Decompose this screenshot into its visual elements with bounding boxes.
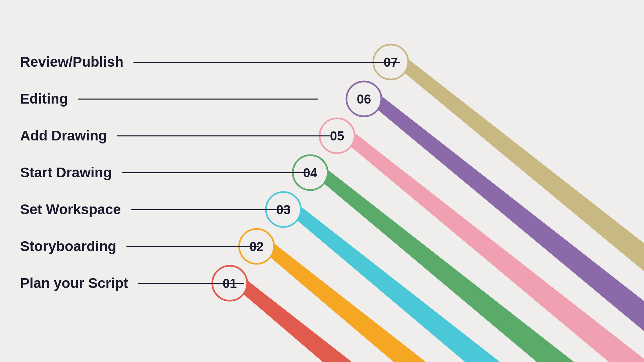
step-01-label-row: Plan your Script [20,265,400,302]
step-03-text: Set Workspace [20,201,121,218]
step-07-line [133,62,400,63]
step-05-label-row: Add Drawing [20,117,400,154]
main-container: 07060504030201 Review/Publish Editing Ad… [0,0,644,362]
step-05-text: Add Drawing [20,128,107,144]
step-02-label-row: Storyboarding [20,228,400,265]
step-01-text: Plan your Script [20,275,128,291]
step-01-line [138,283,244,284]
step-05-line [117,135,330,136]
step-04-label-row: Start Drawing [20,154,400,191]
step-04-line [122,172,308,173]
step-06-text: Editing [20,91,68,107]
step-04-text: Start Drawing [20,165,112,181]
step-06-line [78,99,318,100]
step-07-text: Review/Publish [20,54,123,70]
step-06-label-row: Editing [20,80,400,117]
label-list: Review/Publish Editing Add Drawing Start… [20,44,400,302]
step-02-text: Storyboarding [20,238,116,254]
step-03-line [131,209,290,210]
step-07-label-row: Review/Publish [20,44,400,80]
step-02-line [126,246,259,247]
step-03-label-row: Set Workspace [20,191,400,228]
